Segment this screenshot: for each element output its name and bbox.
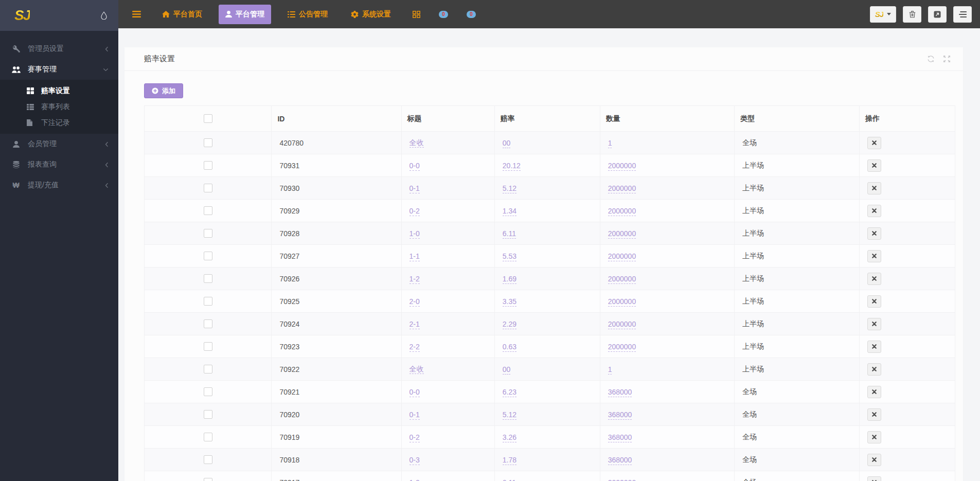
row-checkbox[interactable] bbox=[204, 161, 212, 170]
row-amount-link[interactable]: 1 bbox=[608, 139, 612, 148]
row-title-link[interactable]: 0-1 bbox=[409, 184, 420, 193]
row-odds-link[interactable]: 5.53 bbox=[503, 252, 516, 261]
sidebar-item[interactable]: 赛事管理 bbox=[0, 59, 118, 80]
delete-button[interactable] bbox=[867, 182, 881, 194]
refresh-icon[interactable] bbox=[927, 55, 935, 63]
row-odds-link[interactable]: 00 bbox=[503, 365, 511, 375]
delete-button[interactable] bbox=[867, 273, 881, 285]
delete-button[interactable] bbox=[867, 408, 881, 421]
nav-item[interactable]: 公告管理 bbox=[281, 5, 334, 24]
row-title-link[interactable]: 全收 bbox=[409, 138, 424, 148]
sidebar-item[interactable]: ₩提现/充值 bbox=[0, 175, 118, 195]
row-amount-link[interactable]: 368000 bbox=[608, 388, 632, 397]
row-amount-link[interactable]: 2000000 bbox=[608, 162, 636, 171]
row-checkbox[interactable] bbox=[204, 274, 212, 283]
nav-item[interactable]: 系统设置 bbox=[344, 5, 398, 24]
row-checkbox[interactable] bbox=[204, 252, 212, 260]
row-checkbox[interactable] bbox=[204, 319, 212, 328]
row-odds-link[interactable]: 3.35 bbox=[503, 297, 516, 307]
delete-button[interactable] bbox=[867, 454, 881, 466]
row-title-link[interactable]: 全收 bbox=[409, 365, 424, 374]
row-title-link[interactable]: 0-2 bbox=[409, 207, 420, 216]
sidebar-subitem[interactable]: 下注记录 bbox=[0, 115, 118, 131]
row-title-link[interactable]: 1-0 bbox=[409, 478, 420, 481]
delete-button[interactable] bbox=[867, 227, 881, 240]
delete-button[interactable] bbox=[867, 295, 881, 308]
row-title-link[interactable]: 0-0 bbox=[409, 162, 420, 171]
trash-button[interactable] bbox=[903, 6, 921, 23]
row-title-link[interactable]: 0-2 bbox=[409, 433, 420, 442]
brand-logo[interactable]: SJ bbox=[14, 7, 30, 24]
row-checkbox[interactable] bbox=[204, 184, 212, 192]
row-odds-link[interactable]: 5.12 bbox=[503, 411, 516, 420]
delete-button[interactable] bbox=[867, 476, 881, 481]
row-checkbox[interactable] bbox=[204, 206, 212, 215]
notification-badge[interactable]: 0 bbox=[439, 11, 448, 18]
row-title-link[interactable]: 1-1 bbox=[409, 252, 420, 261]
row-odds-link[interactable]: 1.69 bbox=[503, 275, 516, 284]
row-amount-link[interactable]: 2000000 bbox=[608, 207, 636, 216]
row-title-link[interactable]: 0-1 bbox=[409, 411, 420, 420]
hamburger-icon[interactable] bbox=[132, 11, 141, 17]
row-odds-link[interactable]: 1.78 bbox=[503, 456, 516, 465]
row-title-link[interactable]: 2-0 bbox=[409, 297, 420, 307]
row-checkbox[interactable] bbox=[204, 455, 212, 464]
row-amount-link[interactable]: 2000000 bbox=[608, 252, 636, 261]
row-amount-link[interactable]: 1 bbox=[608, 365, 612, 375]
row-checkbox[interactable] bbox=[204, 410, 212, 419]
row-amount-link[interactable]: 2000000 bbox=[608, 184, 636, 193]
row-title-link[interactable]: 1-2 bbox=[409, 275, 420, 284]
row-checkbox[interactable] bbox=[204, 387, 212, 396]
row-checkbox[interactable] bbox=[204, 229, 212, 238]
nav-item[interactable]: 平台管理 bbox=[219, 5, 271, 24]
sidebar-item[interactable]: 报表查询 bbox=[0, 154, 118, 175]
grid-menu-icon[interactable] bbox=[413, 11, 420, 18]
row-odds-link[interactable]: 5.12 bbox=[503, 184, 516, 193]
add-button[interactable]: 添加 bbox=[144, 83, 183, 98]
row-checkbox[interactable] bbox=[204, 297, 212, 306]
external-link-button[interactable] bbox=[928, 6, 947, 23]
delete-button[interactable] bbox=[867, 137, 881, 149]
row-amount-link[interactable]: 368000 bbox=[608, 411, 632, 420]
row-checkbox[interactable] bbox=[204, 365, 212, 373]
row-odds-link[interactable]: 3.26 bbox=[503, 433, 516, 442]
row-amount-link[interactable]: 2000000 bbox=[608, 478, 636, 481]
row-amount-link[interactable]: 2000000 bbox=[608, 297, 636, 307]
nav-item[interactable]: 平台首页 bbox=[155, 5, 209, 24]
droplet-icon[interactable] bbox=[101, 11, 107, 20]
row-odds-link[interactable]: 00 bbox=[503, 139, 511, 148]
row-odds-link[interactable]: 6.11 bbox=[503, 229, 516, 239]
delete-button[interactable] bbox=[867, 363, 881, 376]
delete-button[interactable] bbox=[867, 386, 881, 398]
row-checkbox[interactable] bbox=[204, 478, 212, 481]
row-amount-link[interactable]: 2000000 bbox=[608, 320, 636, 329]
row-odds-link[interactable]: 1.34 bbox=[503, 207, 516, 216]
row-checkbox[interactable] bbox=[204, 433, 212, 441]
sidebar-subitem[interactable]: 赛事列表 bbox=[0, 99, 118, 115]
row-odds-link[interactable]: 0.63 bbox=[503, 343, 516, 352]
row-amount-link[interactable]: 2000000 bbox=[608, 275, 636, 284]
sidebar-subitem[interactable]: 赔率设置 bbox=[0, 83, 118, 99]
row-title-link[interactable]: 2-1 bbox=[409, 320, 420, 329]
list-bars-button[interactable] bbox=[953, 6, 972, 23]
row-title-link[interactable]: 0-0 bbox=[409, 388, 420, 397]
row-odds-link[interactable]: 2.29 bbox=[503, 320, 516, 329]
row-title-link[interactable]: 2-2 bbox=[409, 343, 420, 352]
row-amount-link[interactable]: 2000000 bbox=[608, 343, 636, 352]
row-amount-link[interactable]: 368000 bbox=[608, 433, 632, 442]
sidebar-item[interactable]: 管理员设置 bbox=[0, 39, 118, 59]
sidebar-item[interactable]: 会员管理 bbox=[0, 134, 118, 154]
delete-button[interactable] bbox=[867, 341, 881, 353]
expand-icon[interactable] bbox=[943, 55, 951, 63]
delete-button[interactable] bbox=[867, 159, 881, 172]
row-odds-link[interactable]: 20.12 bbox=[503, 162, 521, 171]
row-odds-link[interactable]: 6.11 bbox=[503, 478, 516, 481]
row-odds-link[interactable]: 6.23 bbox=[503, 388, 516, 397]
delete-button[interactable] bbox=[867, 431, 881, 443]
row-title-link[interactable]: 0-3 bbox=[409, 456, 420, 465]
row-checkbox[interactable] bbox=[204, 342, 212, 351]
row-amount-link[interactable]: 368000 bbox=[608, 456, 632, 465]
select-all-checkbox[interactable] bbox=[204, 114, 212, 123]
sj-logo-button[interactable]: SJ bbox=[870, 6, 896, 23]
delete-button[interactable] bbox=[867, 250, 881, 262]
